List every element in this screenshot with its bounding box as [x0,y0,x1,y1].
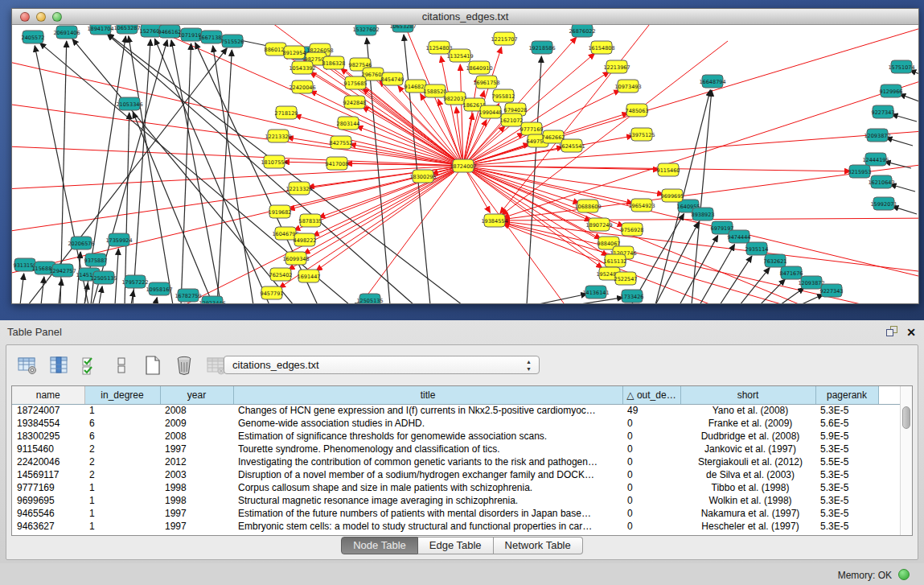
table-row[interactable]: 1872400712008Changes of HCN gene express… [12,404,902,417]
table-cell[interactable]: 5.3E-5 [815,443,878,455]
table-scrollbar[interactable] [900,386,912,535]
table-cell[interactable]: 9463627 [12,520,84,533]
table-cell[interactable]: 5.5E-5 [815,455,878,468]
table-cell[interactable]: 2012 [160,455,233,468]
table-cell[interactable]: 2009 [160,417,233,430]
delete-table-icon[interactable] [173,355,195,377]
table-cell[interactable]: 6 [84,430,160,443]
column-header[interactable]: title [233,386,622,404]
table-row[interactable]: 1938455462009Genome-wide association stu… [12,417,902,430]
table-cell[interactable]: 1 [84,520,160,533]
table-cell[interactable]: 0 [622,455,680,468]
table-cell[interactable]: 0 [622,507,680,520]
table-cell[interactable]: 2008 [160,404,233,417]
table-cell[interactable]: Dudbridge et al. (2008) [680,430,815,443]
table-cell[interactable]: 0 [622,468,680,481]
table-cell[interactable]: 9699695 [12,494,84,507]
table-cell[interactable]: Yano et al. (2008) [680,404,815,417]
table-cell[interactable] [878,455,902,468]
table-cell[interactable]: 5.6E-5 [815,417,878,430]
table-cell[interactable]: 1 [84,494,160,507]
table-cell[interactable]: 9115460 [12,443,84,455]
table-cell[interactable]: Corpus callosum shape and size in male p… [233,481,622,494]
table-cell[interactable]: Franke et al. (2009) [680,417,815,430]
table-cell[interactable]: 49 [622,404,680,417]
table-cell[interactable]: 1997 [160,520,233,533]
table-cell[interactable]: 5.3E-5 [815,507,878,520]
network-canvas[interactable]: 2405572206914061894170410653287152760294… [12,25,918,303]
tab-node-table[interactable]: Node Table [341,537,418,554]
table-cell[interactable]: Embryonic stem cells: a model to study s… [233,520,622,533]
table-cell[interactable] [878,443,902,455]
table-row[interactable]: 977716911998Corpus callosum shape and si… [12,481,902,494]
table-cell[interactable]: 2 [84,455,160,468]
table-cell[interactable]: Estimation of the future numbers of pati… [233,507,622,520]
table-cell[interactable] [878,520,902,533]
table-row[interactable]: 1830029562008Estimation of significance … [12,430,902,443]
memory-status-icon[interactable] [898,569,910,580]
table-row[interactable]: 946554611997Estimation of the future num… [12,507,902,520]
table-cell[interactable]: 2008 [160,430,233,443]
table-cell[interactable] [878,417,902,430]
table-header-row[interactable]: namein_degreeyeartitle△ out_de…shortpage… [12,386,902,404]
column-header[interactable]: pagerank [815,386,878,404]
node-table-grid[interactable]: namein_degreeyeartitle△ out_de…shortpage… [12,386,902,533]
table-cell[interactable]: 22420046 [12,455,84,468]
table-row[interactable]: 946362711997Embryonic stem cells: a mode… [12,520,902,533]
table-cell[interactable]: 1 [84,481,160,494]
table-cell[interactable]: Disruption of a novel member of a sodium… [233,468,622,481]
table-cell[interactable]: 1997 [160,507,233,520]
table-cell[interactable]: Tourette syndrome. Phenomenology and cla… [233,443,622,455]
table-cell[interactable]: Changes of HCN gene expression and I(f) … [233,404,622,417]
table-row[interactable]: 969969511998Structural magnetic resonanc… [12,494,902,507]
table-cell[interactable]: 14569117 [12,468,84,481]
table-cell[interactable] [878,494,902,507]
table-cell[interactable]: 2 [84,443,160,455]
table-cell[interactable]: 9465546 [12,507,84,520]
table-row[interactable]: 1456911722003Disruption of a novel membe… [12,468,902,481]
table-cell[interactable]: 5.3E-5 [815,481,878,494]
table-cell[interactable]: Jankovic et al. (1997) [680,443,815,455]
table-cell[interactable] [878,481,902,494]
column-header[interactable]: in_degree [84,386,160,404]
table-cell[interactable]: 1997 [160,443,233,455]
table-cell[interactable]: 1998 [160,481,233,494]
table-cell[interactable]: Investigating the contribution of common… [233,455,622,468]
table-cell[interactable]: 2 [84,468,160,481]
table-cell[interactable]: Hescheler et al. (1997) [680,520,815,533]
table-cell[interactable] [878,507,902,520]
column-header[interactable] [878,386,902,404]
table-cell[interactable]: 18300295 [12,430,84,443]
table-cell[interactable]: 0 [622,494,680,507]
table-cell[interactable]: 2003 [160,468,233,481]
table-cell[interactable]: 18724007 [12,404,84,417]
table-cell[interactable]: Estimation of significance thresholds fo… [233,430,622,443]
new-table-icon[interactable] [142,355,163,377]
table-cell[interactable]: 0 [622,417,680,430]
column-header[interactable]: name [12,386,84,404]
table-cell[interactable]: 9777169 [12,481,84,494]
table-cell[interactable]: 0 [622,430,680,443]
show-columns-icon[interactable] [47,355,69,377]
table-cell[interactable]: Structural magnetic resonance image aver… [233,494,622,507]
close-panel-icon[interactable]: ✕ [906,326,916,339]
network-window-titlebar[interactable]: citations_edges.txt [12,9,918,25]
table-cell[interactable]: 0 [622,481,680,494]
tab-edge-table[interactable]: Edge Table [418,537,494,554]
table-cell[interactable]: 6 [84,417,160,430]
table-cell[interactable]: 0 [622,520,680,533]
column-header[interactable]: △ out_de… [622,386,680,404]
table-row[interactable]: 911546021997Tourette syndrome. Phenomeno… [12,443,902,455]
table-row[interactable]: 2242004622012Investigating the contribut… [12,455,902,468]
table-cell[interactable]: 5.3E-5 [815,494,878,507]
network-table-select[interactable]: citations_edges.txt ▲▼ [224,356,540,374]
table-cell[interactable]: de Silva et al. (2003) [680,468,815,481]
table-cell[interactable] [878,468,902,481]
table-cell[interactable] [878,404,902,417]
table-cell[interactable] [878,430,902,443]
select-all-icon[interactable] [79,355,101,377]
table-settings-icon[interactable] [16,355,38,377]
table-cell[interactable]: 0 [622,443,680,455]
table-cell[interactable]: Tibbo et al. (1998) [680,481,815,494]
table-cell[interactable]: 1 [84,404,160,417]
